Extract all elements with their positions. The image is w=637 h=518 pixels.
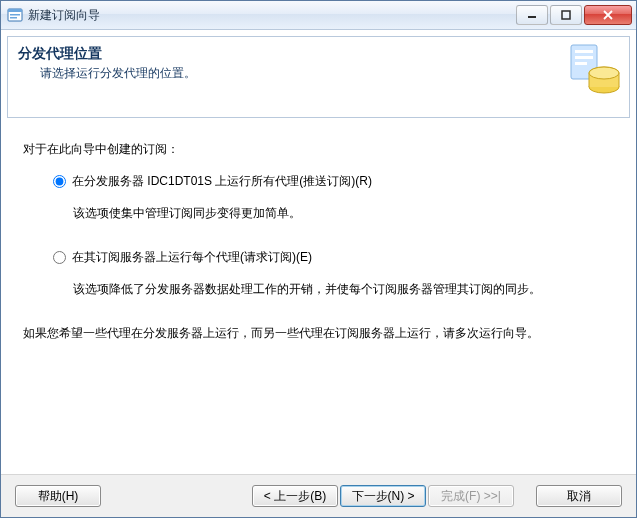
wizard-header: 分发代理位置 请选择运行分发代理的位置。 (7, 36, 630, 118)
wizard-window: 新建订阅向导 分发代理位置 请选择运行分发代理的位置。 (0, 0, 637, 518)
svg-point-11 (589, 67, 619, 79)
titlebar: 新建订阅向导 (1, 1, 636, 30)
minimize-button[interactable] (516, 5, 548, 25)
option-push-row[interactable]: 在分发服务器 IDC1DT01S 上运行所有代理(推送订阅)(R) (53, 172, 614, 190)
finish-button[interactable]: 完成(F) >>| (428, 485, 514, 507)
svg-rect-9 (575, 62, 587, 65)
wizard-body: 对于在此向导中创建的订阅： 在分发服务器 IDC1DT01S 上运行所有代理(推… (1, 124, 636, 474)
window-title: 新建订阅向导 (28, 7, 516, 24)
svg-rect-2 (10, 14, 20, 16)
option-push: 在分发服务器 IDC1DT01S 上运行所有代理(推送订阅)(R) 该选项使集中… (53, 172, 614, 222)
option-push-label: 在分发服务器 IDC1DT01S 上运行所有代理(推送订阅)(R) (72, 172, 372, 190)
option-pull-row[interactable]: 在其订阅服务器上运行每个代理(请求订阅)(E) (53, 248, 614, 266)
app-icon (7, 7, 23, 23)
header-subtitle: 请选择运行分发代理的位置。 (40, 65, 196, 82)
option-pull: 在其订阅服务器上运行每个代理(请求订阅)(E) 该选项降低了分发服务器数据处理工… (53, 248, 614, 298)
option-push-desc: 该选项使集中管理订阅同步变得更加简单。 (73, 204, 614, 222)
cancel-button[interactable]: 取消 (536, 485, 622, 507)
back-button[interactable]: < 上一步(B) (252, 485, 338, 507)
svg-rect-5 (562, 11, 570, 19)
svg-rect-4 (528, 16, 536, 18)
header-title: 分发代理位置 (18, 45, 196, 63)
option-pull-label: 在其订阅服务器上运行每个代理(请求订阅)(E) (72, 248, 312, 266)
close-button[interactable] (584, 5, 632, 25)
note-text: 如果您希望一些代理在分发服务器上运行，而另一些代理在订阅服务器上运行，请多次运行… (23, 324, 614, 342)
svg-rect-7 (575, 50, 593, 53)
svg-rect-3 (10, 17, 17, 19)
option-pull-desc: 该选项降低了分发服务器数据处理工作的开销，并使每个订阅服务器管理其订阅的同步。 (73, 280, 614, 298)
svg-rect-8 (575, 56, 593, 59)
radio-pull[interactable] (53, 251, 66, 264)
next-button[interactable]: 下一步(N) > (340, 485, 426, 507)
maximize-button[interactable] (550, 5, 582, 25)
svg-rect-1 (8, 9, 22, 12)
intro-text: 对于在此向导中创建的订阅： (23, 140, 614, 158)
help-button[interactable]: 帮助(H) (15, 485, 101, 507)
wizard-footer: 帮助(H) < 上一步(B) 下一步(N) > 完成(F) >>| 取消 (1, 474, 636, 517)
radio-push[interactable] (53, 175, 66, 188)
wizard-icon (567, 41, 623, 100)
